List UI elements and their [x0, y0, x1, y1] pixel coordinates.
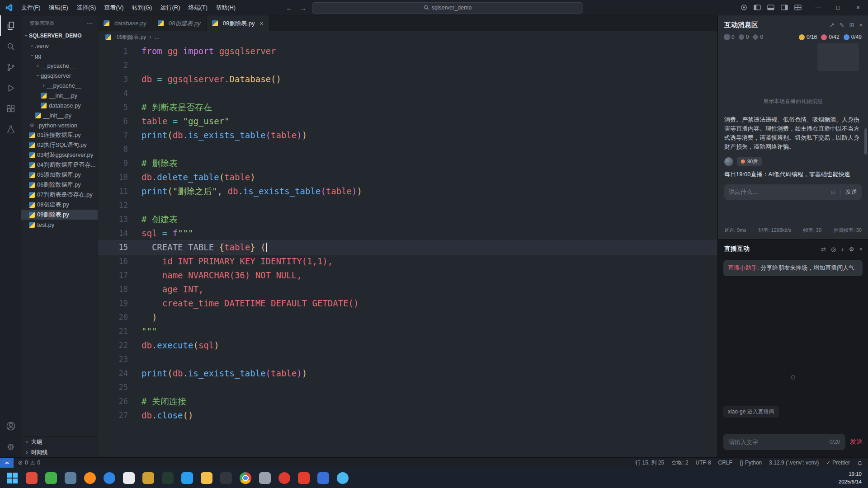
live-input-box[interactable]: 0/20	[723, 434, 845, 450]
tree-root[interactable]: › SQLSERVER_DEMO	[21, 31, 98, 41]
tree-item[interactable]: ›__pycache__	[21, 61, 98, 70]
code-line[interactable]: 13# 创建表	[98, 212, 717, 226]
taskbar-app-grey[interactable]	[259, 472, 271, 484]
toggle-secondary-sidebar-icon[interactable]	[778, 0, 791, 15]
code-line[interactable]: 23	[98, 352, 717, 366]
taskbar-chrome[interactable]	[240, 472, 251, 484]
taskbar-edge[interactable]	[104, 472, 115, 484]
code-line[interactable]: 5# 判断表是否存在	[98, 100, 717, 114]
code-line[interactable]: 15 CREATE TABLE {table} (	[98, 240, 717, 254]
tree-item[interactable]: __init__.py	[21, 90, 98, 100]
activity-testing[interactable]	[0, 119, 21, 140]
tree-item[interactable]: 08创建表.py	[21, 200, 98, 210]
code-line[interactable]: 18 age INT,	[98, 282, 717, 296]
code-line[interactable]: 26# 关闭连接	[98, 394, 717, 408]
taskbar-app-wechat[interactable]	[45, 472, 57, 484]
panel-scrollbar[interactable]	[864, 128, 867, 155]
encoding-status[interactable]: UTF-8	[696, 460, 711, 466]
tree-item[interactable]: 01连接数据库.py	[21, 130, 98, 140]
taskbar-vscode[interactable]	[181, 472, 193, 484]
layout-icon[interactable]: ⊞	[849, 22, 854, 28]
notifications-bell-icon[interactable]	[857, 460, 863, 466]
more-actions-icon[interactable]: ⋯	[87, 19, 93, 27]
menu-item[interactable]: 运行(R)	[156, 2, 184, 13]
taskbar-netease-music[interactable]	[278, 472, 290, 484]
tree-item[interactable]: ›gg	[21, 51, 98, 61]
interpreter-status[interactable]: 3.12.9 ('.venv': venv)	[769, 460, 819, 466]
back-arrow-icon[interactable]: ←	[285, 4, 294, 12]
taskbar-file-explorer[interactable]	[201, 472, 212, 484]
menu-item[interactable]: 查看(V)	[100, 2, 127, 13]
formatter-status[interactable]: ✓ Prettier	[826, 460, 850, 466]
customize-layout-icon[interactable]	[791, 0, 805, 15]
live-send-button[interactable]: 发送	[850, 438, 863, 446]
code-line[interactable]: 9# 删除表	[98, 156, 717, 170]
menu-item[interactable]: 转到(G)	[128, 2, 156, 13]
code-line[interactable]: 8	[98, 142, 717, 156]
code-line[interactable]: 2	[98, 58, 717, 72]
message-input-box[interactable]: ☺ | 发送	[724, 184, 862, 200]
taskbar-pycharm[interactable]	[162, 472, 174, 484]
code-line[interactable]: 14sql = f"""	[98, 226, 717, 240]
tree-item[interactable]: ⚙.python-version	[21, 120, 98, 130]
activity-extensions[interactable]	[0, 99, 21, 119]
activity-run-debug[interactable]	[0, 78, 21, 99]
emoji-icon[interactable]: ☺	[830, 188, 836, 196]
taskbar-terminal[interactable]	[220, 472, 232, 484]
taskbar-clock[interactable]: 19:10 2025/6/14	[839, 470, 862, 485]
live-input[interactable]	[729, 439, 826, 446]
code-line[interactable]: 11print("删除之后", db.is_exists_table(table…	[98, 184, 717, 198]
popout-icon[interactable]: ↗	[830, 22, 835, 28]
code-line[interactable]: 4	[98, 86, 717, 100]
code-line[interactable]: 7print(db.is_exists_table(table))	[98, 128, 717, 142]
code-line[interactable]: 10db.delete_table(table)	[98, 170, 717, 184]
taskbar-start-button[interactable]	[6, 472, 18, 484]
menu-item[interactable]: 终端(T)	[184, 2, 212, 13]
tree-item[interactable]: 07判断表是否存在.py	[21, 190, 98, 200]
menu-item[interactable]: 编辑(E)	[45, 2, 72, 13]
close-icon[interactable]: ×	[859, 246, 863, 253]
tree-item[interactable]: 02执行SQL语句.py	[21, 140, 98, 150]
record-icon[interactable]: ◎	[831, 246, 836, 253]
forward-arrow-icon[interactable]: →	[298, 4, 307, 12]
taskbar-app-red[interactable]	[298, 472, 310, 484]
tree-item[interactable]: database.py	[21, 100, 98, 110]
taskbar-ssms[interactable]	[142, 472, 154, 484]
tree-item[interactable]: 06删除数据库.py	[21, 180, 98, 190]
code-line[interactable]: 17 name NVARCHAR(36) NOT NULL,	[98, 268, 717, 282]
activity-source-control[interactable]	[0, 57, 21, 78]
tree-item[interactable]: 09删除表.py	[21, 210, 98, 220]
code-area[interactable]: 1from gg import ggsqlserver23db = ggsqls…	[98, 43, 717, 457]
taskbar-app-shield[interactable]	[317, 472, 329, 484]
settings-icon[interactable]: ⚙	[849, 246, 854, 253]
editor-tab[interactable]: 09删除表.py×	[207, 15, 269, 31]
remote-indicator[interactable]: ><	[0, 458, 14, 468]
activity-search[interactable]	[0, 36, 21, 57]
code-line[interactable]: 22db.execute(sql)	[98, 338, 717, 352]
breadcrumb[interactable]: 09删除表.py › …	[98, 31, 717, 43]
toggle-sidebar-icon[interactable]	[750, 0, 764, 15]
message-input[interactable]	[729, 188, 826, 195]
command-center-search[interactable]: sqlserver_demo	[312, 2, 583, 14]
tree-item[interactable]: ›.venv	[21, 41, 98, 51]
eol-status[interactable]: CRLF	[718, 460, 732, 466]
editor-tab[interactable]: database.py	[98, 15, 152, 31]
share-icon[interactable]: ⇄	[821, 246, 826, 253]
sidebar-section-大纲[interactable]: ›大纲	[21, 436, 98, 447]
tree-item[interactable]: 04判断数据库是否存...	[21, 160, 98, 170]
editor-tab[interactable]: 08创建表.py	[152, 15, 207, 31]
language-status[interactable]: {} Python	[740, 460, 762, 466]
menu-item[interactable]: 文件(F)	[17, 2, 45, 13]
sound-icon[interactable]: ♪	[841, 246, 844, 253]
code-line[interactable]: 6table = "gg_user"	[98, 114, 717, 128]
menu-item[interactable]: 帮助(H)	[212, 2, 240, 13]
send-button[interactable]: 发送	[845, 188, 857, 196]
menu-item[interactable]: 选择(S)	[72, 2, 100, 13]
code-line[interactable]: 19 create_time DATETIME DEFAULT GETDATE(…	[98, 296, 717, 310]
cursor-position[interactable]: 行 15, 列 25	[635, 459, 664, 467]
close-icon[interactable]: ×	[859, 22, 863, 28]
minimize-button[interactable]: —	[808, 0, 828, 15]
tree-item[interactable]: test.py	[21, 220, 98, 230]
code-line[interactable]: 21"""	[98, 324, 717, 338]
code-line[interactable]: 27db.close()	[98, 408, 717, 422]
